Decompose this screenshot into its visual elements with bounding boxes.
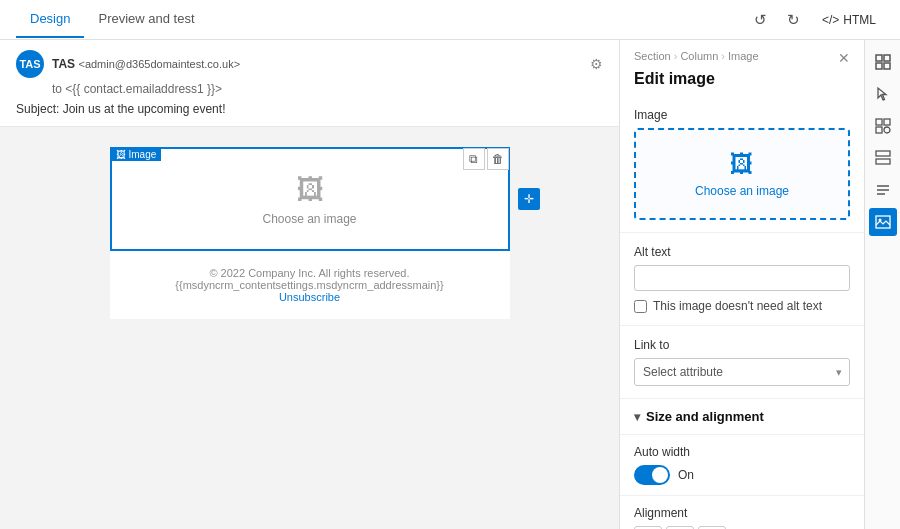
copy-block-button[interactable]: ⧉: [463, 148, 485, 170]
main-area: TAS TAS <admin@d365domaintest.co.uk> ⚙ t…: [0, 40, 900, 529]
email-from: TAS <admin@d365domaintest.co.uk>: [52, 57, 582, 71]
email-preview: TAS TAS <admin@d365domaintest.co.uk> ⚙ t…: [0, 40, 619, 529]
panel-header: Section › Column › Image Edit image: [634, 50, 759, 96]
avatar: TAS: [16, 50, 44, 78]
svg-rect-2: [876, 63, 882, 69]
email-header: TAS TAS <admin@d365domaintest.co.uk> ⚙ t…: [0, 40, 619, 127]
content-blocks-button[interactable]: [869, 144, 897, 172]
size-alignment-header[interactable]: ▾ Size and alignment: [620, 399, 864, 435]
delete-block-button[interactable]: 🗑: [487, 148, 509, 170]
svg-rect-6: [876, 127, 882, 133]
image-section-label: Image: [634, 108, 850, 122]
link-to-select[interactable]: Select attribute: [634, 358, 850, 386]
link-to-select-wrapper: Select attribute ▾: [634, 358, 850, 386]
undo-button[interactable]: ↺: [748, 7, 773, 33]
code-icon: </>: [822, 13, 839, 27]
email-to: to <{{ contact.emailaddress1 }}>: [16, 82, 603, 96]
svg-rect-5: [884, 119, 890, 125]
breadcrumb-section: Section: [634, 50, 671, 62]
redo-button[interactable]: ↻: [781, 7, 806, 33]
elements-icon: [875, 118, 891, 134]
panel-title: Edit image: [634, 66, 759, 96]
html-button[interactable]: </> HTML: [814, 9, 884, 31]
svg-rect-4: [876, 119, 882, 125]
image-block-toolbar: ⧉ 🗑: [463, 148, 509, 170]
alignment-label: Alignment: [634, 506, 850, 520]
icon-sidebar: [864, 40, 900, 529]
svg-rect-8: [876, 151, 890, 156]
no-alt-text-checkbox[interactable]: [634, 300, 647, 313]
toggle-knob: [652, 467, 668, 483]
no-alt-text-row: This image doesn't need alt text: [634, 299, 850, 313]
breadcrumb-sep1: ›: [674, 50, 678, 62]
footer-address: {{msdyncrm_contentsettings.msdyncrm_addr…: [126, 279, 494, 291]
breadcrumb-sep2: ›: [721, 50, 725, 62]
right-panel: Section › Column › Image Edit image ✕ Im…: [619, 40, 864, 529]
svg-rect-3: [884, 63, 890, 69]
image-icon-small: 🖼: [116, 149, 126, 160]
email-body: 🖼 Image ⧉ 🗑 🖼 Choose an image ✛ ©: [110, 147, 510, 319]
pointer-icon: [875, 86, 891, 102]
svg-rect-13: [876, 216, 890, 228]
elements-button[interactable]: [869, 112, 897, 140]
image-block-label: 🖼 Image: [111, 148, 162, 161]
nav-right: ↺ ↻ </> HTML: [748, 7, 884, 33]
breadcrumb: Section › Column › Image: [634, 50, 759, 62]
image-block[interactable]: 🖼 Image ⧉ 🗑 🖼 Choose an image ✛: [110, 147, 510, 251]
auto-width-section: Auto width On: [620, 435, 864, 496]
chevron-icon: ▾: [634, 410, 640, 424]
nav-tabs: Design Preview and test: [16, 1, 209, 38]
breadcrumb-image: Image: [728, 50, 759, 62]
auto-width-label: Auto width: [634, 445, 850, 459]
pointer-button[interactable]: [869, 80, 897, 108]
image-upload-icon: 🖼: [730, 150, 754, 178]
image-panel-icon: [875, 214, 891, 230]
image-panel-button[interactable]: [869, 208, 897, 236]
toggle-row: On: [634, 465, 850, 485]
move-handle[interactable]: ✛: [518, 188, 540, 210]
footer-copyright: © 2022 Company Inc. All rights reserved.: [126, 267, 494, 279]
from-name: TAS: [52, 57, 75, 71]
image-upload-area[interactable]: 🖼 Choose an image: [634, 128, 850, 220]
alt-text-input[interactable]: [634, 265, 850, 291]
svg-rect-0: [876, 55, 882, 61]
link-to-section: Link to Select attribute ▾: [620, 326, 864, 399]
no-alt-text-label: This image doesn't need alt text: [653, 299, 822, 313]
top-nav: Design Preview and test ↺ ↻ </> HTML: [0, 0, 900, 40]
size-alignment-label: Size and alignment: [646, 409, 764, 424]
text-format-button[interactable]: [869, 176, 897, 204]
from-email: <admin@d365domaintest.co.uk>: [78, 58, 240, 70]
add-section-button[interactable]: [869, 48, 897, 76]
image-section: Image 🖼 Choose an image: [620, 96, 864, 233]
image-placeholder-icon: 🖼: [296, 173, 324, 206]
auto-width-toggle[interactable]: [634, 465, 670, 485]
add-section-icon: [875, 54, 891, 70]
email-header-row: TAS TAS <admin@d365domaintest.co.uk> ⚙: [16, 50, 603, 78]
svg-point-7: [884, 127, 890, 133]
html-label: HTML: [843, 13, 876, 27]
email-subject: Subject: Join us at the upcoming event!: [16, 102, 603, 116]
alignment-section: Alignment ◧ ◫ ◨: [620, 496, 864, 529]
choose-image-label: Choose an image: [262, 212, 356, 226]
email-footer: © 2022 Company Inc. All rights reserved.…: [110, 251, 510, 319]
alt-text-section: Alt text This image doesn't need alt tex…: [620, 233, 864, 326]
tab-design[interactable]: Design: [16, 1, 84, 38]
svg-rect-9: [876, 159, 890, 164]
settings-button[interactable]: ⚙: [590, 56, 603, 72]
close-panel-button[interactable]: ✕: [838, 50, 850, 66]
svg-rect-1: [884, 55, 890, 61]
unsubscribe-link[interactable]: Unsubscribe: [279, 291, 340, 303]
tab-preview[interactable]: Preview and test: [84, 1, 208, 38]
content-blocks-icon: [875, 150, 891, 166]
email-canvas: 🖼 Image ⧉ 🗑 🖼 Choose an image ✛ ©: [0, 127, 619, 529]
alt-text-label: Alt text: [634, 245, 850, 259]
image-upload-label: Choose an image: [695, 184, 789, 198]
link-to-label: Link to: [634, 338, 850, 352]
image-placeholder[interactable]: 🖼 Choose an image: [112, 149, 508, 249]
toggle-on-label: On: [678, 468, 694, 482]
breadcrumb-column: Column: [680, 50, 718, 62]
text-format-icon: [875, 182, 891, 198]
